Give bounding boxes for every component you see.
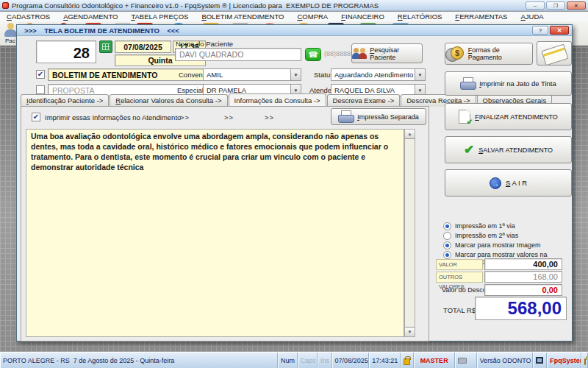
app-icon <box>2 2 9 9</box>
menu-cadastros[interactable]: CADASTROS <box>0 12 57 21</box>
statusbar-end <box>581 353 588 368</box>
dialog-help-button[interactable]: ? <box>532 26 548 35</box>
dialog-close-button[interactable]: ✕ <box>550 26 569 35</box>
lock-icon <box>584 358 586 365</box>
print-info-label: Imprimir essas Informações no Atendiment… <box>45 113 181 121</box>
date-field[interactable]: 07/08/2025 <box>115 40 171 53</box>
menu-compra[interactable]: COMPRA <box>290 12 334 21</box>
minimize-button[interactable]: – <box>526 1 545 10</box>
tab-descreva-exame[interactable]: Descreva Exame -> <box>327 94 401 107</box>
statusbar-brand: FpqSystem <box>547 353 581 368</box>
statusbar-spacer <box>455 353 476 368</box>
lock-icon <box>404 358 410 365</box>
statusbar-location: PORTO ALEGRE - RS 7 de Agosto de 2025 - … <box>0 353 278 368</box>
total-value: 568,00 <box>475 297 567 320</box>
whatsapp-icon[interactable]: ☎ <box>305 48 321 61</box>
convenio-select[interactable]: AMIL ▼ <box>203 68 301 81</box>
radio-impressao-2via[interactable] <box>443 232 451 240</box>
toolbar-first-label: Pac <box>5 38 15 44</box>
print-inkjet-button[interactable]: Imprimir na Jato de Tinta <box>445 71 572 96</box>
print-info-checkbox[interactable]: ✔ <box>32 113 40 121</box>
calendar-picker-button[interactable] <box>99 40 112 53</box>
chevron-down-icon[interactable]: ▼ <box>415 69 425 80</box>
tab-identificacao-paciente[interactable]: Identificação Paciente -> <box>21 94 109 107</box>
statusbar-time: 17:43:21 <box>369 353 401 368</box>
radio-label: Marcar para mostrar Imagem <box>455 241 541 249</box>
card-payment-button[interactable] <box>537 41 572 66</box>
printer-icon <box>460 77 475 90</box>
menu-ferramentas[interactable]: FERRAMENTAS <box>448 12 514 21</box>
document-check-icon <box>459 110 470 124</box>
scroll-down-icon[interactable]: ▼ <box>405 327 415 336</box>
menu-relatorios[interactable]: RELATÓRIOS <box>391 12 449 21</box>
finalizar-atendimento-button[interactable]: FINALIZAR ATENDIMENTO <box>445 103 572 130</box>
boletim-checkbox[interactable]: ✔ <box>36 70 45 79</box>
attendance-number-field[interactable]: 28 <box>36 40 96 63</box>
statusbar-user: MASTER <box>414 353 455 368</box>
radio-label: Impressão em 1ª via <box>455 222 515 230</box>
proposta-checkbox[interactable] <box>36 85 45 94</box>
restore-button[interactable]: ❐ <box>546 1 565 10</box>
radio-mostrar-imagem[interactable] <box>443 241 451 250</box>
chevron-right-icon: >> <box>265 113 274 121</box>
valor-consulta-value[interactable]: 400,00 <box>484 258 562 270</box>
radio-impressao-1via[interactable] <box>443 222 451 230</box>
boletim-dialog: >>> TELA BOLETIM DE ATENDIMENTO <<< ? ✕ … <box>16 24 573 342</box>
printer-icon <box>458 358 467 364</box>
notes-scrollbar[interactable]: ▲ ▼ <box>404 129 415 337</box>
menu-tabela-precos[interactable]: TABELA PREÇOS <box>124 12 195 21</box>
exit-arrow-icon: → <box>490 177 501 189</box>
status-select[interactable]: Aguardando Atendimento ▼ <box>331 68 426 81</box>
search-patient-button[interactable]: Pesquisar Paciente <box>351 43 423 63</box>
salvar-atendimento-button[interactable]: ✔ SALVAR ATENDIMENTO <box>445 136 572 163</box>
outros-valores-value[interactable]: 168,00 <box>484 271 562 283</box>
formas-pagamento-button[interactable]: $ Formas de Pagamento <box>445 43 533 65</box>
tab-informacoes-consulta[interactable]: Informações da Consulta -> <box>229 93 326 106</box>
patient-name-input[interactable]: DAVI QUADRADO <box>175 48 301 61</box>
menu-agendamento[interactable]: AGENDAMENTO <box>57 12 124 21</box>
menu-financeiro[interactable]: FINANCEIRO <box>334 12 391 21</box>
status-bar: PORTO ALEGRE - RS 7 de Agosto de 2025 - … <box>0 352 588 368</box>
scroll-up-icon[interactable]: ▲ <box>405 130 415 139</box>
statusbar-ins: Ins <box>318 353 332 368</box>
menu-bar: CADASTROS AGENDAMENTO TABELA PREÇOS BOLE… <box>0 12 588 21</box>
statusbar-monitor <box>533 353 548 368</box>
monitor-icon <box>536 357 544 364</box>
app-title: Programa Consultório Odontológico + Fina… <box>12 1 379 10</box>
coins-icon: $ <box>445 46 464 62</box>
green-check-icon: ✔ <box>464 144 474 156</box>
outros-valores-label: OUTROS VALORES <box>436 272 483 283</box>
app-titlebar: Programa Consultório Odontológico + Fina… <box>0 0 588 11</box>
chevron-down-icon[interactable]: ▼ <box>290 69 301 80</box>
people-icon <box>352 48 365 60</box>
total-label: TOTAL R$ <box>443 306 476 314</box>
chevron-right-icon: >> <box>180 113 190 121</box>
menu-boletim-atendimento[interactable]: BOLETIM ATENDIMENTO <box>195 12 290 21</box>
statusbar-version: Versão ODONTO 1.0 <box>477 353 533 368</box>
statusbar-caps: Caps <box>298 353 318 368</box>
chevron-right-icon: >> <box>224 113 234 121</box>
application-window: Programa Consultório Odontológico + Fina… <box>0 0 588 368</box>
close-button[interactable]: ✕ <box>567 1 586 10</box>
desconto-value[interactable]: 0,00 <box>484 284 562 296</box>
credit-card-icon <box>542 45 567 63</box>
statusbar-lock <box>401 353 414 368</box>
radio-label: Impressão em 2ª vias <box>455 232 518 239</box>
statusbar-date: 07/08/2025 <box>332 353 370 368</box>
statusbar-num: Num <box>278 353 297 368</box>
radio-mostrar-valores[interactable] <box>443 251 451 259</box>
tab-relacionar-valores[interactable]: Relacionar Valores da Consulta -> <box>110 94 227 107</box>
menu-ajuda[interactable]: AJUDA <box>514 12 550 21</box>
printer-icon <box>338 110 353 123</box>
valor-consulta-label: VALOR CONSULTA <box>436 259 483 270</box>
consultation-notes-textarea[interactable]: Uma boa avaliação odontológica envolve u… <box>26 129 404 337</box>
sair-button[interactable]: → S A I R <box>445 169 572 197</box>
patient-name-label: Nome do Paciente <box>176 40 233 48</box>
dialog-titlebar[interactable]: >>> TELA BOLETIM DE ATENDIMENTO <<< <box>17 25 572 36</box>
separate-print-button[interactable]: Impressão Separada <box>331 108 426 125</box>
consulta-tab-panel: ✔ Imprimir essas Informações no Atendime… <box>21 106 429 342</box>
